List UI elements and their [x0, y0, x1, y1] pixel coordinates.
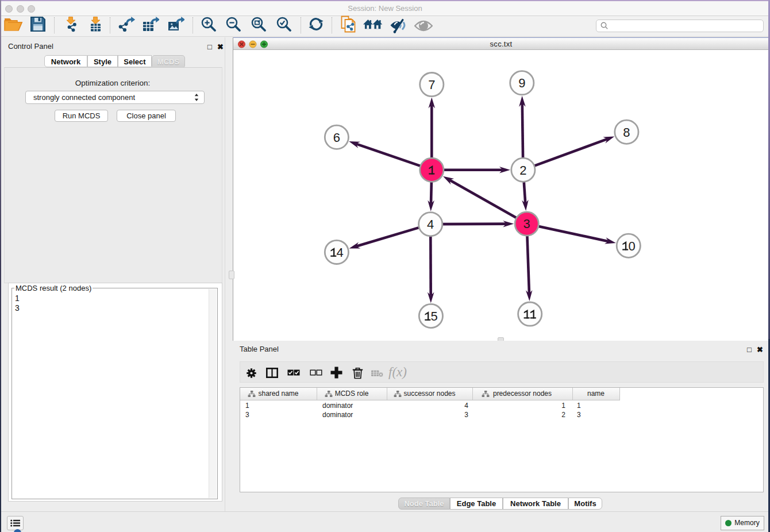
svg-text:0: 0 [628, 239, 635, 253]
svg-text:3: 3 [523, 217, 530, 231]
svg-text:4: 4 [427, 217, 434, 232]
svg-text:4: 4 [337, 245, 344, 260]
svg-text:9: 9 [518, 76, 525, 90]
svg-text:5: 5 [431, 309, 438, 323]
svg-text:7: 7 [428, 78, 435, 92]
svg-text:6: 6 [333, 130, 340, 145]
svg-text:2: 2 [519, 163, 526, 178]
svg-text:8: 8 [623, 125, 630, 140]
